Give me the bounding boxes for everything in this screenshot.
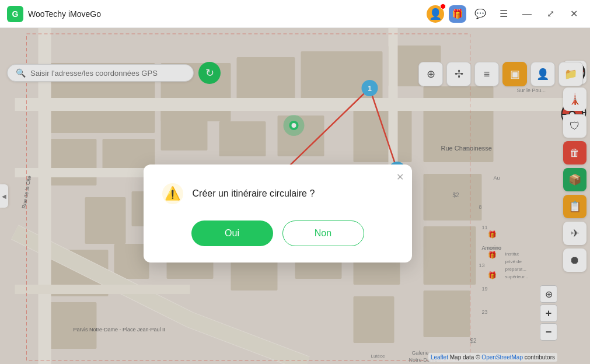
dialog-overlay: ✕ ⚠️ Créer un itinéraire circulaire ? Ou… [0, 28, 590, 364]
dialog-body: ⚠️ Créer un itinéraire circulaire ? [162, 183, 393, 204]
dialog-actions: Oui Non [162, 220, 393, 246]
dialog-message: Créer un itinéraire circulaire ? [193, 188, 315, 199]
warning-icon: ⚠️ [162, 183, 183, 204]
minimize-button[interactable]: — [518, 5, 536, 23]
title-actions: 👤 🎁 💬 ☰ — ⤢ ✕ [427, 5, 583, 23]
dialog-close-button[interactable]: ✕ [396, 172, 404, 183]
titlebar: G WooTechy iMoveGo 👤 🎁 💬 ☰ — ⤢ ✕ [0, 0, 590, 28]
profile-icon[interactable]: 👤 [427, 5, 444, 23]
close-button[interactable]: ✕ [564, 5, 583, 23]
chat-button[interactable]: 💬 [471, 5, 490, 23]
app-logo: G [7, 6, 23, 22]
maximize-button[interactable]: ⤢ [541, 5, 560, 23]
confirm-dialog: ✕ ⚠️ Créer un itinéraire circulaire ? Ou… [144, 164, 412, 262]
confirm-yes-button[interactable]: Oui [191, 220, 273, 246]
menu-button[interactable]: ☰ [494, 5, 513, 23]
confirm-no-button[interactable]: Non [282, 220, 364, 246]
gift-icon[interactable]: 🎁 [449, 5, 466, 23]
app-title: WooTechy iMoveGo [28, 9, 427, 19]
